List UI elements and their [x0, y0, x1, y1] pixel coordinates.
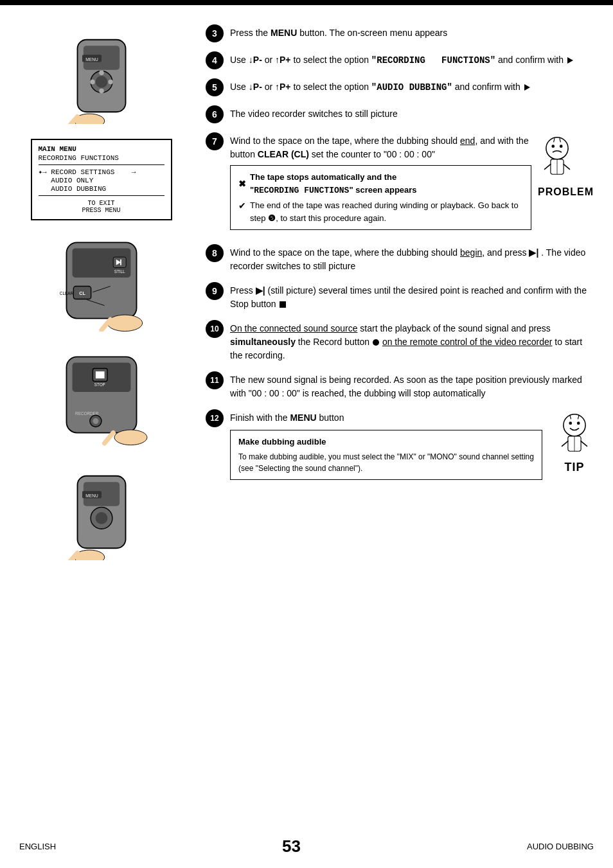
- tip-face-svg: [555, 411, 594, 456]
- problem-label: PROBLEM: [538, 184, 594, 200]
- svg-point-55: [577, 421, 580, 425]
- step-11: 11 The new sound signal is being recorde…: [206, 371, 594, 400]
- svg-point-3: [95, 76, 107, 88]
- clear-cl-bold: CLEAR (CL): [258, 149, 309, 159]
- p-plus-bold-2: ↑P+: [275, 82, 291, 92]
- step-content-3: Press the MENU button. The on-screen men…: [230, 24, 594, 40]
- menu-divider-2: [39, 195, 164, 196]
- p-plus-bold: ↑P+: [275, 55, 291, 65]
- svg-text:MENU: MENU: [85, 57, 98, 62]
- step-content-5: Use ↓P- or ↑P+ to select the option "AUD…: [230, 78, 594, 94]
- top-bar: [0, 0, 613, 5]
- step-content-8: Wind to the space on the tape, where the…: [230, 244, 594, 273]
- step-ref-5: ❺: [268, 213, 276, 223]
- step-num-6: 6: [206, 105, 224, 123]
- note-box: ✖ The tape stops automatically and the"R…: [230, 165, 531, 230]
- svg-line-61: [581, 441, 587, 447]
- svg-point-34: [114, 430, 147, 445]
- problem-face-svg: [538, 134, 576, 179]
- begin-underline: begin: [460, 247, 482, 258]
- connected-sound-underline: On the connected sound source: [230, 323, 357, 333]
- skip-icon-9: ▶|: [256, 285, 265, 296]
- step-10: 10 On the connected sound source start t…: [206, 320, 594, 362]
- step-8: 8 Wind to the space on the tape, where t…: [206, 244, 594, 273]
- menu-display-box: MAIN MENU RECORDING FUNCTIONS ✦→ RECORD …: [31, 139, 172, 220]
- svg-point-6: [90, 80, 95, 85]
- menu-bold: MENU: [271, 28, 297, 38]
- step-12: 12 Finish with the MENU button Make dubb…: [206, 409, 594, 480]
- menu-footer: TO EXIT PRESS MENU: [39, 200, 164, 214]
- svg-text:CLEAR: CLEAR: [59, 291, 73, 296]
- left-column: MENU MAIN MENU RECORDING FUNCTIONS ✦→ RE…: [0, 18, 193, 570]
- arrow-right-icon-2: [524, 84, 530, 91]
- note-header-text: The tape stops automatically and the"REC…: [250, 171, 417, 197]
- step-num-11: 11: [206, 371, 224, 389]
- svg-text:STOP: STOP: [94, 382, 105, 387]
- svg-line-52: [564, 164, 569, 170]
- note-sub-text: The end of the tape was reached during w…: [250, 199, 523, 224]
- svg-text:CL: CL: [79, 290, 85, 296]
- svg-line-60: [562, 441, 568, 447]
- recording-functions-mono: "RECORDING FUNCTIONS": [371, 55, 495, 66]
- device-illustration-4: MENU: [31, 461, 172, 563]
- p-minus-bold: ↓P-: [249, 55, 262, 65]
- menu-divider: [39, 164, 164, 165]
- step-9: 9 Press ▶| (still picture) several times…: [206, 282, 594, 311]
- menu-title: MAIN MENU: [39, 145, 164, 153]
- menu-bold-12: MENU: [290, 412, 316, 423]
- step-4: 4 Use ↓P- or ↑P+ to select the option "R…: [206, 51, 594, 69]
- svg-point-46: [560, 145, 563, 148]
- recording-functions-note: RECORDING FUNCTIONS: [254, 186, 349, 195]
- tip-text: To make dubbing audible, you must select…: [238, 451, 534, 474]
- step-5: 5 Use ↓P- or ↑P+ to select the option "A…: [206, 78, 594, 96]
- svg-text:STILL: STILL: [114, 269, 125, 274]
- step-num-9: 9: [206, 282, 224, 300]
- step-num-12: 12: [206, 409, 224, 427]
- svg-point-53: [564, 414, 585, 436]
- device-illustration-1: MENU: [31, 24, 172, 127]
- svg-point-5: [99, 89, 104, 94]
- step-content-7: Wind to the space on the tape, where the…: [230, 132, 594, 235]
- step-6: 6 The video recorder switches to still p…: [206, 105, 594, 123]
- menu-item-audio-dubbing: AUDIO DUBBING: [39, 185, 164, 193]
- note-row: ✔ The end of the tape was reached during…: [238, 199, 523, 224]
- page-number: 53: [282, 837, 301, 856]
- svg-point-4: [99, 71, 104, 76]
- p-minus-bold-2: ↓P-: [249, 82, 262, 92]
- device-illustration-3: STOP RECORDER: [31, 346, 172, 449]
- simultaneously-bold: simultaneously: [230, 337, 296, 347]
- audio-dubbing-mono: "AUDIO DUBBING": [371, 82, 452, 93]
- footer-right: Audio Dubbing: [527, 842, 594, 851]
- step-content-10: On the connected sound source start the …: [230, 320, 594, 362]
- step-num-4: 4: [206, 51, 224, 69]
- right-column: 3 Press the MENU button. The on-screen m…: [193, 18, 613, 570]
- record-circle-icon: [373, 339, 379, 346]
- svg-point-39: [95, 512, 107, 524]
- svg-point-54: [569, 421, 572, 425]
- x-mark-icon: ✖: [238, 177, 246, 191]
- tip-label: TIP: [564, 459, 584, 476]
- remote-control-underline: on the remote control of the video recor…: [382, 337, 553, 347]
- step-content-9: Press ▶| (still picture) several times u…: [230, 282, 594, 311]
- page-footer: English 53 Audio Dubbing: [0, 837, 613, 856]
- skip-icon-8: ▶|: [529, 247, 538, 258]
- step-content-12: Finish with the MENU button Make dubbing…: [230, 409, 594, 480]
- step-3: 3 Press the MENU button. The on-screen m…: [206, 24, 594, 42]
- svg-text:MENU: MENU: [85, 493, 98, 498]
- svg-point-22: [107, 315, 143, 331]
- svg-point-33: [93, 418, 98, 424]
- note-header: ✖ The tape stops automatically and the"R…: [238, 171, 523, 197]
- menu-item-audio-only: AUDIO ONLY: [39, 177, 164, 184]
- stop-square-icon: [280, 301, 286, 308]
- svg-line-51: [545, 164, 551, 170]
- step-content-6: The video recorder switches to still pic…: [230, 105, 594, 121]
- svg-point-44: [546, 137, 568, 159]
- step-num-3: 3: [206, 24, 224, 42]
- step-num-7: 7: [206, 132, 224, 150]
- svg-line-35: [104, 433, 113, 443]
- svg-rect-29: [95, 371, 104, 378]
- step-num-5: 5: [206, 78, 224, 96]
- menu-subtitle: RECORDING FUNCTIONS: [39, 154, 164, 162]
- svg-point-7: [108, 80, 113, 85]
- arrow-right-icon: [567, 57, 573, 64]
